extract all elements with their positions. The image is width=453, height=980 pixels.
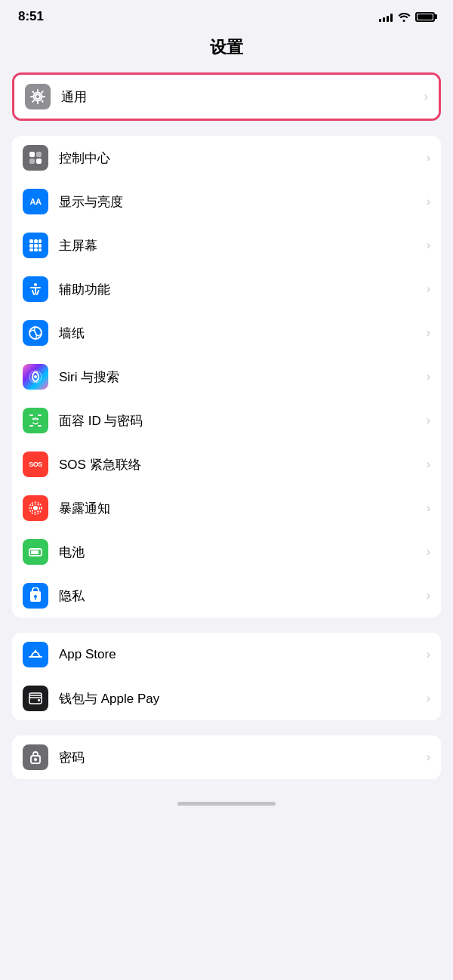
- battery-settings-icon: [23, 539, 48, 565]
- sos-chevron: ›: [427, 458, 430, 471]
- svg-rect-11: [39, 244, 42, 248]
- status-time: 8:51: [18, 9, 44, 24]
- svg-rect-8: [39, 239, 42, 243]
- wallet-icon: [23, 686, 48, 711]
- home-indicator-area: [0, 794, 453, 821]
- wallet-label: 钱包与 Apple Pay: [59, 690, 422, 707]
- exposure-chevron: ›: [427, 501, 430, 515]
- appstore-icon: [23, 642, 48, 667]
- exposure-icon: [23, 495, 48, 521]
- faceid-label: 面容 ID 与密码: [59, 412, 422, 430]
- svg-rect-12: [29, 248, 33, 251]
- svg-point-32: [34, 758, 37, 761]
- general-label: 通用: [61, 88, 420, 106]
- sos-icon: SOS: [23, 451, 48, 477]
- svg-rect-5: [36, 159, 42, 164]
- battery-icon: [415, 12, 435, 22]
- exposure-label: 暴露通知: [59, 500, 422, 517]
- svg-rect-10: [34, 244, 38, 248]
- svg-rect-30: [38, 699, 40, 701]
- faceid-chevron: ›: [427, 414, 430, 427]
- svg-rect-7: [34, 239, 38, 243]
- row-appstore[interactable]: App Store ›: [12, 633, 441, 676]
- siri-chevron: ›: [427, 370, 430, 384]
- control-center-chevron: ›: [427, 151, 430, 165]
- page-title: 设置: [0, 30, 453, 69]
- accessibility-icon: [23, 276, 48, 302]
- display-icon: AA: [23, 189, 48, 214]
- control-center-icon: [23, 145, 48, 171]
- row-sos[interactable]: SOS SOS 紧急联络 ›: [12, 442, 441, 486]
- row-accessibility[interactable]: 辅助功能 ›: [12, 267, 441, 311]
- home-indicator: [177, 802, 276, 806]
- svg-point-19: [34, 375, 37, 378]
- passwords-chevron: ›: [427, 750, 430, 764]
- wallet-chevron: ›: [427, 692, 430, 705]
- row-wallpaper[interactable]: 墙纸 ›: [12, 311, 441, 355]
- row-general[interactable]: 通用 ›: [14, 75, 439, 119]
- svg-rect-6: [29, 239, 33, 243]
- row-home-screen[interactable]: 主屏幕 ›: [12, 223, 441, 267]
- row-display[interactable]: AA 显示与亮度 ›: [12, 180, 441, 223]
- appstore-label: App Store: [59, 647, 422, 662]
- row-wallet[interactable]: 钱包与 Apple Pay ›: [12, 676, 441, 720]
- status-bar: 8:51: [0, 0, 453, 30]
- svg-rect-14: [39, 248, 42, 251]
- wallpaper-label: 墙纸: [59, 325, 422, 342]
- battery-chevron: ›: [427, 545, 430, 559]
- wallpaper-chevron: ›: [427, 326, 430, 340]
- svg-rect-9: [29, 244, 33, 248]
- sos-label: SOS 紧急联络: [59, 456, 422, 473]
- signal-icon: [379, 11, 393, 22]
- status-icons: [379, 11, 435, 22]
- svg-rect-2: [29, 152, 35, 157]
- siri-label: Siri 与搜索: [59, 368, 422, 386]
- svg-rect-4: [29, 159, 35, 164]
- battery-label: 电池: [59, 544, 422, 561]
- section-passwords: 密码 ›: [12, 735, 441, 779]
- home-screen-chevron: ›: [427, 239, 430, 252]
- svg-rect-13: [34, 248, 38, 251]
- row-exposure[interactable]: 暴露通知 ›: [12, 486, 441, 530]
- home-screen-label: 主屏幕: [59, 237, 422, 254]
- privacy-chevron: ›: [427, 589, 430, 602]
- gear-icon: [25, 84, 51, 109]
- privacy-label: 隐私: [59, 587, 422, 605]
- svg-point-15: [34, 283, 37, 286]
- accessibility-label: 辅助功能: [59, 281, 422, 298]
- svg-point-21: [36, 418, 39, 421]
- svg-point-22: [33, 506, 38, 510]
- privacy-icon: [23, 583, 48, 609]
- section-display: 控制中心 › AA 显示与亮度 › 主屏幕 ›: [12, 136, 441, 618]
- row-battery[interactable]: 电池 ›: [12, 530, 441, 574]
- faceid-icon: [23, 408, 48, 433]
- appstore-chevron: ›: [427, 648, 430, 661]
- section-apps: App Store › 钱包与 Apple Pay ›: [12, 633, 441, 720]
- siri-icon: [23, 364, 48, 390]
- passwords-icon: [23, 744, 48, 770]
- wifi-icon: [397, 11, 411, 22]
- row-passwords[interactable]: 密码 ›: [12, 735, 441, 779]
- svg-point-20: [32, 418, 35, 421]
- svg-point-0: [35, 94, 40, 99]
- display-chevron: ›: [427, 195, 430, 208]
- row-control-center[interactable]: 控制中心 ›: [12, 136, 441, 180]
- svg-rect-3: [36, 152, 42, 157]
- accessibility-chevron: ›: [427, 282, 430, 296]
- wallpaper-icon: [23, 320, 48, 346]
- passwords-label: 密码: [59, 749, 422, 766]
- section-general: 通用 ›: [12, 72, 441, 121]
- row-privacy[interactable]: 隐私 ›: [12, 574, 441, 618]
- control-center-label: 控制中心: [59, 149, 422, 167]
- row-faceid[interactable]: 面容 ID 与密码 ›: [12, 399, 441, 442]
- general-chevron: ›: [424, 90, 428, 103]
- row-siri[interactable]: Siri 与搜索 ›: [12, 355, 441, 399]
- home-screen-icon: [23, 233, 48, 258]
- display-label: 显示与亮度: [59, 193, 422, 211]
- svg-rect-26: [31, 550, 39, 554]
